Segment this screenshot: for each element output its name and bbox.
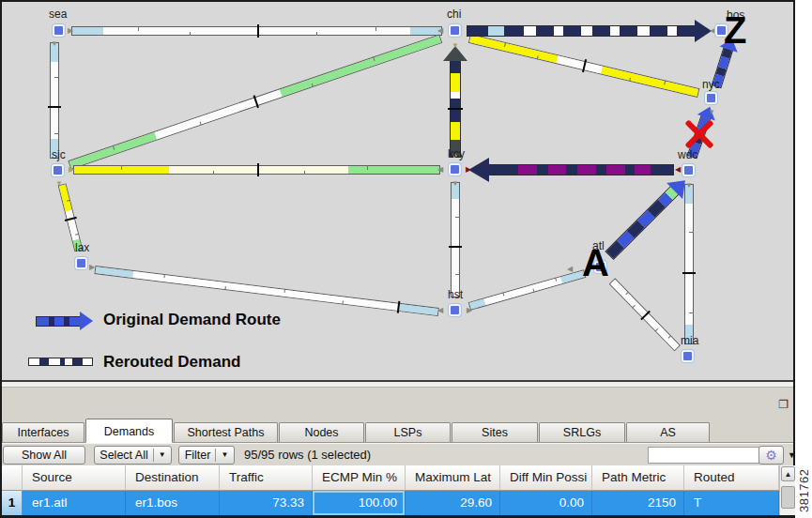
link-segment <box>606 165 625 175</box>
table-row[interactable]: 1er1.atler1.bos73.33100.0029.600.002150T <box>2 491 779 515</box>
tab-demands[interactable]: Demands <box>85 419 173 443</box>
link-segment <box>451 61 460 73</box>
tab-interfaces[interactable]: Interfaces <box>2 422 84 442</box>
link-tick <box>55 77 60 78</box>
node-sjc[interactable] <box>52 164 64 176</box>
link-segment <box>467 26 488 36</box>
figure-margin <box>795 0 812 518</box>
link-tick <box>456 217 461 218</box>
table-toolbar: Show All Select All ▼ Filter ▼ 95/95 row… <box>2 443 793 465</box>
link-tick <box>449 246 462 248</box>
link-segment <box>563 26 581 36</box>
select-all-dropdown[interactable]: Select All ▼ <box>94 446 172 465</box>
row-number-cell[interactable]: 1 <box>2 491 23 515</box>
sjc-kcy[interactable] <box>73 165 440 175</box>
show-all-button[interactable]: Show All <box>3 446 85 465</box>
node-sea[interactable] <box>53 24 65 37</box>
figure-number: 381762 <box>797 469 811 512</box>
panel-splitter[interactable] <box>2 380 793 388</box>
cell-path-metric[interactable]: 2150 <box>592 491 684 515</box>
demand-atl-wdc[interactable] <box>605 185 679 259</box>
node-lax[interactable] <box>75 257 87 269</box>
table-search-input[interactable] <box>648 447 759 464</box>
link-segment <box>581 26 592 36</box>
settings-button[interactable]: ⚙ <box>758 446 784 465</box>
panel-titlebar[interactable]: ❐ <box>2 388 793 420</box>
link-direction-icon: ▼ <box>452 180 459 188</box>
link-segment <box>635 165 651 175</box>
link-direction-icon: ▼ <box>51 40 58 48</box>
column-header-maximum-lat[interactable]: Maximum Lat <box>406 465 500 491</box>
node-kcy[interactable] <box>449 163 461 175</box>
node-hst[interactable] <box>449 304 461 316</box>
node-chi[interactable] <box>449 24 461 37</box>
tab-nodes[interactable]: Nodes <box>279 422 364 442</box>
cell-traffic[interactable]: 73.33 <box>220 491 313 515</box>
link-direction-icon: ◀ <box>567 266 573 273</box>
link-tick <box>304 171 305 175</box>
demands-table: SourceDestinationTrafficECMP Min %Maximu… <box>2 465 793 515</box>
tab-as[interactable]: AS <box>626 422 710 442</box>
chi-nyc[interactable] <box>468 34 699 98</box>
scroll-up-icon[interactable]: ▲ <box>781 466 795 481</box>
link-segment <box>451 122 460 139</box>
link-segments <box>605 185 679 259</box>
lax-hst[interactable] <box>94 266 438 316</box>
sea-chi[interactable] <box>71 26 442 36</box>
column-header-path-metric[interactable]: Path Metric <box>592 465 684 491</box>
filter-dropdown[interactable]: Filter ▼ <box>178 446 235 465</box>
atl-mia[interactable] <box>609 278 681 351</box>
rerouted-chi-bos[interactable] <box>467 25 696 37</box>
cell-maximum-lat[interactable]: 29.60 <box>406 491 500 515</box>
tab-sites[interactable]: Sites <box>452 422 538 442</box>
sea-sjc[interactable] <box>50 42 59 159</box>
sjc-chi[interactable] <box>68 34 442 169</box>
vertical-scrollbar[interactable]: ▲ <box>779 465 795 515</box>
link-segment <box>484 277 562 305</box>
table-header: SourceDestinationTrafficECMP Min %Maximu… <box>2 465 779 491</box>
cell-source[interactable]: er1.atl <box>23 491 126 515</box>
column-header-ecmp-min-[interactable]: ECMP Min % <box>313 465 406 491</box>
legend-rerouted-bar <box>28 358 93 366</box>
link-segment <box>625 165 635 175</box>
scroll-thumb[interactable] <box>781 486 795 509</box>
hst-atl[interactable] <box>468 269 586 311</box>
gear-icon: ⚙ <box>765 449 777 462</box>
cell-ecmp-min-[interactable]: 100.00 <box>313 491 406 515</box>
cell-destination[interactable]: er1.bos <box>126 491 220 515</box>
link-tick <box>257 163 259 176</box>
demand-kcy-chi[interactable] <box>450 60 461 158</box>
link-segment <box>49 358 59 365</box>
link-direction-icon: ▶ <box>68 27 73 35</box>
column-header-routed[interactable]: Routed <box>684 465 779 491</box>
restore-panel-icon[interactable]: ❐ <box>778 398 789 411</box>
demand-arrowhead-icon <box>468 158 489 182</box>
node-wdc[interactable] <box>682 164 695 176</box>
link-segment <box>548 165 567 175</box>
link-segment <box>504 26 525 36</box>
node-nyc[interactable] <box>705 92 717 104</box>
link-segment <box>72 358 83 365</box>
column-header-destination[interactable]: Destination <box>126 465 220 491</box>
column-header-source[interactable]: Source <box>23 465 126 491</box>
link-tick <box>257 24 259 38</box>
link-tick <box>456 274 461 275</box>
link-tick <box>682 272 696 274</box>
tab-lsps[interactable]: LSPs <box>365 422 451 442</box>
cell-diff-min-possi[interactable]: 0.00 <box>500 491 592 515</box>
tab-shortest-paths[interactable]: Shortest Paths <box>174 422 278 442</box>
cell-routed[interactable]: T <box>684 491 779 515</box>
tab-srlgs[interactable]: SRLGs <box>539 422 625 442</box>
wdc-mia[interactable] <box>684 184 694 344</box>
column-header-diff-min-possi[interactable]: Diff Min Possi <box>500 465 592 491</box>
link-tick <box>367 165 368 170</box>
column-header-traffic[interactable]: Traffic <box>220 465 313 491</box>
link-segment <box>452 199 459 297</box>
network-map[interactable]: ▶▼◀◀▼▲◀▶▼▶▼▶◀▶▼▼◀◀seachibosnycsjckcywdcl… <box>2 2 793 380</box>
kcy-hst[interactable] <box>451 182 460 297</box>
endpoint-marker-Z: Z <box>724 13 746 47</box>
node-mia[interactable] <box>682 350 694 362</box>
node-label-lax: lax <box>75 241 89 254</box>
rerouted-wdc-kcy[interactable] <box>488 164 674 175</box>
link-segment <box>83 358 92 365</box>
